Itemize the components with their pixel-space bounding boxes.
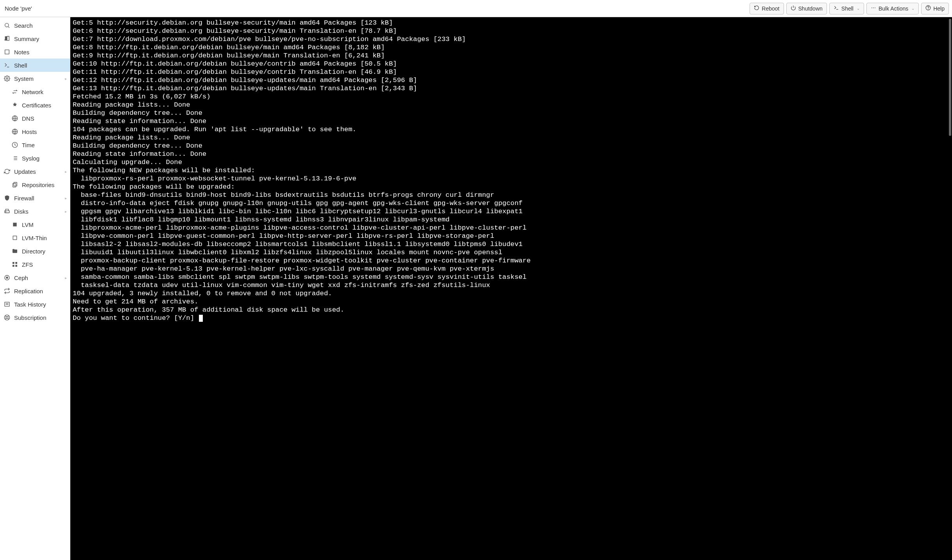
sidebar-item-lvm[interactable]: LVM <box>0 218 70 231</box>
chevron-right-icon: ▸ <box>65 276 67 280</box>
shutdown-button[interactable]: Shutdown <box>786 3 827 14</box>
terminal-output[interactable]: Get:5 http://security.debian.org bullsey… <box>70 17 952 324</box>
sidebar-item-replication[interactable]: Replication <box>0 284 70 298</box>
sidebar-item-label: Disks <box>14 208 29 215</box>
refresh-icon <box>4 168 10 175</box>
terminal-panel[interactable]: Get:5 http://security.debian.org bullsey… <box>70 17 952 560</box>
terminal-line: Get:7 http://download.proxmox.com/debian… <box>73 36 466 43</box>
terminal-line: Get:9 http://ftp.it.debian.org/debian bu… <box>73 52 385 59</box>
terminal-line: gpgsm gpgv libarchive13 libblkid1 libc-b… <box>73 208 523 215</box>
support-icon <box>4 314 10 321</box>
terminal-icon <box>4 62 10 68</box>
main: SearchSummaryNotesShellSystem▸NetworkCer… <box>0 17 952 560</box>
sidebar-item-search[interactable]: Search <box>0 19 70 32</box>
terminal-line: Calculating upgrade... Done <box>73 159 182 166</box>
sidebar-item-network[interactable]: Network <box>0 85 70 98</box>
sidebar-item-label: LVM-Thin <box>22 235 47 241</box>
sidebar-item-notes[interactable]: Notes <box>0 45 70 59</box>
th-icon <box>12 261 18 268</box>
tasklist-icon <box>4 301 10 307</box>
sidebar-item-certificates[interactable]: Certificates <box>0 98 70 112</box>
sidebar-item-ceph[interactable]: Ceph▸ <box>0 271 70 284</box>
sidebar-item-label: Task History <box>14 301 46 308</box>
svg-line-43 <box>5 318 6 319</box>
undo-icon <box>754 5 759 12</box>
search-icon <box>4 22 10 29</box>
sidebar-item-label: Updates <box>14 168 36 175</box>
chevron-right-icon: ▸ <box>65 77 67 81</box>
sidebar-item-hosts[interactable]: Hosts <box>0 125 70 138</box>
sidebar-item-system[interactable]: System▸ <box>0 72 70 85</box>
sidebar-item-shell[interactable]: Shell <box>0 59 70 72</box>
sidebar-item-subscription[interactable]: Subscription <box>0 311 70 324</box>
help-label: Help <box>933 5 945 12</box>
sidebar-item-zfs[interactable]: ZFS <box>0 258 70 271</box>
terminal-line: Get:8 http://ftp.it.debian.org/debian bu… <box>73 44 385 51</box>
sidebar-item-label: Network <box>22 89 43 95</box>
shell-button[interactable]: Shell ⌄ <box>829 3 864 14</box>
square-icon <box>12 221 18 228</box>
sidebar-item-label: DNS <box>22 115 34 122</box>
clock-icon <box>12 142 18 148</box>
help-button[interactable]: Help <box>921 3 949 14</box>
sidebar-item-label: Search <box>14 22 33 29</box>
sidebar-item-disks[interactable]: Disks▸ <box>0 205 70 218</box>
terminal-line: 104 upgraded, 3 newly installed, 0 to re… <box>73 290 332 297</box>
ceph-icon <box>4 275 10 281</box>
sidebar-item-time[interactable]: Time <box>0 138 70 152</box>
files-icon <box>12 182 18 188</box>
terminal-line: libpve-common-perl libpve-guest-common-p… <box>73 232 494 240</box>
terminal-line: Do you want to continue? [Y/n] <box>73 314 198 322</box>
bulk-actions-button[interactable]: Bulk Actions ⌄ <box>866 3 919 14</box>
sidebar-item-firewall[interactable]: Firewall▸ <box>0 191 70 205</box>
terminal-line: Reading package lists... Done <box>73 101 190 109</box>
sidebar-item-syslog[interactable]: Syslog <box>0 152 70 165</box>
chevron-down-icon: ⌄ <box>857 6 860 11</box>
sidebar-item-label: ZFS <box>22 261 33 268</box>
terminal-line: Building dependency tree... Done <box>73 109 202 117</box>
scrollbar[interactable] <box>949 19 951 136</box>
terminal-line: 104 packages can be upgraded. Run 'apt l… <box>73 126 356 133</box>
terminal-line: After this operation, 357 MB of addition… <box>73 306 344 314</box>
sidebar-item-lvm-thin[interactable]: LVM-Thin <box>0 231 70 244</box>
svg-rect-32 <box>15 265 17 267</box>
retweet-icon <box>4 288 10 294</box>
cogs-icon <box>4 75 10 82</box>
terminal-line: Get:5 http://security.debian.org bullsey… <box>73 19 393 27</box>
sidebar-item-repositories[interactable]: Repositories <box>0 178 70 191</box>
terminal-line: Reading state information... Done <box>73 118 206 125</box>
sidebar-item-label: Subscription <box>14 314 47 321</box>
terminal-cursor <box>199 315 203 322</box>
terminal-line: Reading state information... Done <box>73 150 206 158</box>
list-icon <box>12 155 18 161</box>
svg-line-41 <box>8 318 9 319</box>
terminal-line: Get:12 http://ftp.it.debian.org/debian b… <box>73 77 417 84</box>
sidebar-item-label: Time <box>22 142 35 148</box>
terminal-line: tasksel-data tzdata udev util-linux vim-… <box>73 282 490 289</box>
sidebar-item-summary[interactable]: Summary <box>0 32 70 45</box>
sidebar-item-label: System <box>14 75 34 82</box>
terminal-line: pve-ha-manager pve-kernel-5.13 pve-kerne… <box>73 265 494 273</box>
reboot-button[interactable]: Reboot <box>750 3 784 14</box>
sidebar-item-label: Replication <box>14 288 43 294</box>
svg-point-3 <box>873 7 874 8</box>
sidebar-item-updates[interactable]: Updates▸ <box>0 165 70 178</box>
terminal-line: libfdisk1 libflac8 libgmp10 libmount1 li… <box>73 216 449 223</box>
terminal-line: Need to get 214 MB of archives. <box>73 298 198 305</box>
svg-rect-28 <box>13 236 16 239</box>
shield-icon <box>4 195 10 201</box>
sidebar-item-label: Directory <box>22 248 45 255</box>
sidebar-item-label: Hosts <box>22 128 37 135</box>
globe-icon <box>12 128 18 135</box>
svg-rect-24 <box>13 184 16 187</box>
sidebar: SearchSummaryNotesShellSystem▸NetworkCer… <box>0 17 70 560</box>
chevron-right-icon: ▸ <box>65 209 67 214</box>
terminal-line: base-files bind9-dnsutils bind9-host bin… <box>73 191 494 199</box>
page-title: Node 'pve' <box>3 5 32 12</box>
sidebar-item-task-history[interactable]: Task History <box>0 298 70 311</box>
terminal-line: libsasl2-2 libsasl2-modules-db libseccom… <box>73 241 523 248</box>
terminal-line: Building dependency tree... Done <box>73 142 202 150</box>
chevron-down-icon: ⌄ <box>911 6 914 11</box>
sidebar-item-dns[interactable]: DNS <box>0 112 70 125</box>
sidebar-item-directory[interactable]: Directory <box>0 244 70 258</box>
